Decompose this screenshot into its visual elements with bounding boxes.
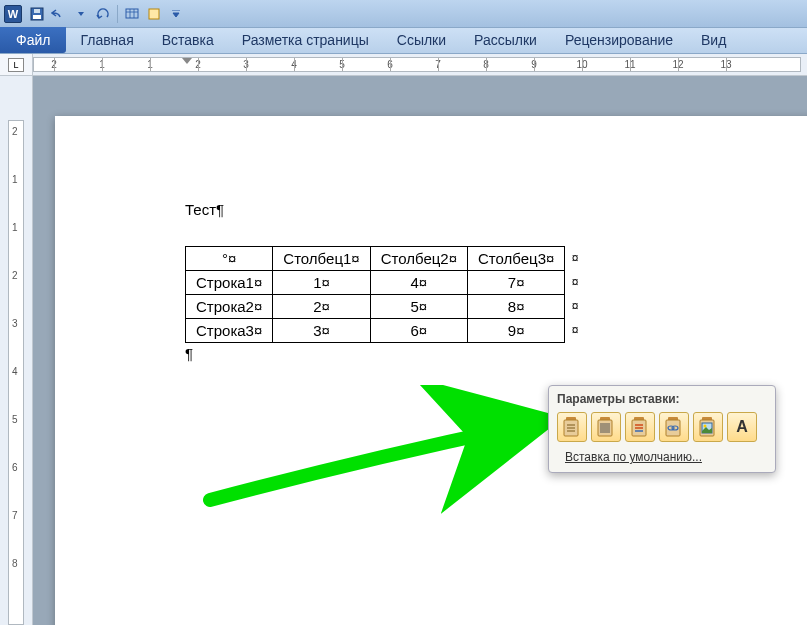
table-col-header[interactable]: Столбец2¤ — [370, 247, 467, 271]
paste-text-only[interactable]: A — [727, 412, 757, 442]
table-row-label[interactable]: Строка1¤ — [186, 271, 273, 295]
paste-use-destination-styles[interactable] — [625, 412, 655, 442]
svg-rect-1 — [33, 15, 41, 19]
table-corner-cell[interactable]: °¤ — [186, 247, 273, 271]
paste-options-row: A — [557, 412, 767, 442]
ruler-corner[interactable]: L — [0, 54, 33, 75]
table-row[interactable]: Строка3¤ 3¤ 6¤ 9¤¤ — [186, 319, 565, 343]
table-cell[interactable]: 5¤ — [370, 295, 467, 319]
tab-home[interactable]: Главная — [66, 27, 147, 53]
table-cell[interactable]: 7¤¤ — [468, 271, 565, 295]
document-title-text[interactable]: Тест¶ — [185, 201, 807, 218]
svg-rect-4 — [149, 9, 159, 19]
qat-extra-1[interactable] — [122, 4, 142, 24]
paste-options-toolbar: Параметры вставки: A Вставка по умолчани… — [548, 385, 776, 473]
qat-extra-2[interactable] — [144, 4, 164, 24]
document-table[interactable]: °¤ Столбец1¤ Столбец2¤ Столбец3¤¤ Строка… — [185, 246, 565, 343]
tab-mailings[interactable]: Рассылки — [460, 27, 551, 53]
table-row-label[interactable]: Строка3¤ — [186, 319, 273, 343]
paste-merge-formatting[interactable] — [591, 412, 621, 442]
table-cell[interactable]: 1¤ — [273, 271, 370, 295]
table-cell[interactable]: 8¤¤ — [468, 295, 565, 319]
paste-options-title: Параметры вставки: — [557, 392, 767, 406]
file-tab[interactable]: Файл — [0, 27, 66, 53]
paragraph-mark[interactable]: ¶ — [185, 345, 807, 362]
tab-view[interactable]: Вид — [687, 27, 740, 53]
tab-references[interactable]: Ссылки — [383, 27, 460, 53]
vertical-ruler-column: 2112345678 — [0, 76, 33, 625]
table-cell[interactable]: 2¤ — [273, 295, 370, 319]
word-app-icon: W — [4, 5, 22, 23]
table-cell[interactable]: 3¤ — [273, 319, 370, 343]
table-row-label[interactable]: Строка2¤ — [186, 295, 273, 319]
table-cell[interactable]: 6¤ — [370, 319, 467, 343]
paste-keep-source-formatting[interactable] — [557, 412, 587, 442]
paste-default-link[interactable]: Вставка по умолчанию... — [557, 450, 767, 464]
tab-review[interactable]: Рецензирование — [551, 27, 687, 53]
table-row[interactable]: Строка1¤ 1¤ 4¤ 7¤¤ — [186, 271, 565, 295]
paste-picture[interactable] — [693, 412, 723, 442]
document-page[interactable]: Тест¶ °¤ Столбец1¤ Столбец2¤ Столбец3¤¤ … — [55, 116, 807, 625]
table-cell[interactable]: 4¤ — [370, 271, 467, 295]
svg-rect-2 — [34, 9, 40, 13]
undo-button[interactable] — [49, 4, 69, 24]
table-col-header[interactable]: Столбец1¤ — [273, 247, 370, 271]
tab-selector[interactable]: L — [8, 58, 24, 72]
table-row[interactable]: Строка2¤ 2¤ 5¤ 8¤¤ — [186, 295, 565, 319]
ribbon-tabs: Файл Главная Вставка Разметка страницы С… — [0, 28, 807, 54]
undo-dropdown[interactable] — [71, 4, 91, 24]
title-bar: W — [0, 0, 807, 28]
workspace: 2112345678 Тест¶ °¤ Столбец1¤ Столбец2¤ … — [0, 76, 807, 625]
svg-rect-3 — [126, 9, 138, 18]
horizontal-ruler[interactable]: 2112345678910111213 — [33, 57, 801, 72]
table-cell[interactable]: 9¤¤ — [468, 319, 565, 343]
text-only-label: A — [736, 418, 748, 436]
qat-separator — [117, 5, 118, 23]
tab-insert[interactable]: Вставка — [148, 27, 228, 53]
save-button[interactable] — [27, 4, 47, 24]
tab-layout[interactable]: Разметка страницы — [228, 27, 383, 53]
horizontal-ruler-row: L 2112345678910111213 — [0, 54, 807, 76]
qat-customize-dropdown[interactable] — [166, 4, 186, 24]
table-col-header[interactable]: Столбец3¤¤ — [468, 247, 565, 271]
vertical-ruler[interactable]: 2112345678 — [8, 120, 24, 625]
document-area[interactable]: Тест¶ °¤ Столбец1¤ Столбец2¤ Столбец3¤¤ … — [33, 76, 807, 625]
paste-link-and-keep-formatting[interactable] — [659, 412, 689, 442]
redo-button[interactable] — [93, 4, 113, 24]
table-header-row[interactable]: °¤ Столбец1¤ Столбец2¤ Столбец3¤¤ — [186, 247, 565, 271]
